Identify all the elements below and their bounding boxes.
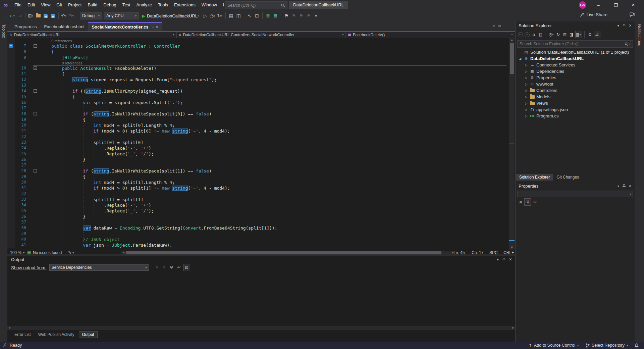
code-line[interactable]: 40 // JSON object	[7, 237, 509, 242]
save-all-icon[interactable]	[50, 12, 56, 20]
chevron-collapsed-icon[interactable]: ▷	[524, 114, 528, 118]
tab-program-cs[interactable]: Program.cs	[11, 22, 40, 31]
se-forward-icon[interactable]: →	[524, 31, 530, 38]
tree-item-datadeletioncallbackurl[interactable]: ◢⊕DataDeletionCallbackURL	[516, 55, 635, 62]
menu-analyze[interactable]: Analyze	[133, 0, 155, 10]
chevron-collapsed-icon[interactable]: ▷	[524, 95, 528, 99]
code-line[interactable]: 33 split[1] = split[1]	[7, 197, 509, 202]
tool-tab-output[interactable]: Output	[79, 331, 98, 338]
switch-views-icon[interactable]: ◧	[537, 31, 543, 38]
close-icon[interactable]: ×	[156, 24, 159, 30]
scroll-up-icon[interactable]: ▲	[509, 38, 515, 42]
bookmark-next-icon[interactable]: ⚑	[298, 12, 305, 20]
new-project-icon[interactable]: ⊞▾	[28, 12, 34, 20]
tool-tab-error-list[interactable]: Error List	[11, 332, 34, 338]
performance-profiler-icon[interactable]: ◔▾	[209, 12, 216, 20]
scroll-left-icon[interactable]: ◀	[7, 326, 11, 330]
code-line[interactable]: 34 .Replace('-', '+')	[7, 202, 509, 208]
live-share-button[interactable]: Live Share	[580, 12, 635, 17]
categorized-icon[interactable]: ⊞	[517, 199, 523, 205]
code-line[interactable]: 39	[7, 231, 509, 237]
fold-collapse-icon[interactable]: −	[34, 44, 37, 48]
notifications-bell-icon[interactable]	[633, 343, 641, 348]
code-line[interactable]: 31 if (mod4 > 0) split[1] += new string(…	[7, 185, 509, 191]
codelens-references[interactable]: 0 references	[62, 61, 82, 65]
tree-item-models[interactable]: ▷Models	[516, 94, 635, 100]
output-prev-message-icon[interactable]: ⇞	[154, 264, 160, 270]
background-tasks-icon[interactable]	[3, 343, 7, 347]
show-all-files-icon[interactable]: ▦▾	[575, 31, 582, 38]
code-line[interactable]: 7− public class SocialNetworkController …	[7, 43, 509, 49]
menu-debug[interactable]: Debug	[100, 0, 119, 10]
minimize-button[interactable]: –	[591, 0, 606, 10]
collapse-all-icon[interactable]: ⊟	[562, 31, 568, 38]
tree-item-wwwroot[interactable]: ▷⊕wwwroot	[516, 81, 635, 87]
pin-icon[interactable]	[502, 258, 505, 261]
redo-icon[interactable]: ↷▾	[68, 12, 75, 20]
chevron-expanded-icon[interactable]: ◢	[518, 57, 522, 60]
code-line[interactable]: 25 .Replace('_', '/');	[7, 151, 509, 157]
scrollbar-thumb[interactable]	[510, 43, 514, 74]
start-without-debugging-icon[interactable]: ▷	[202, 12, 209, 20]
code-line[interactable]: 13	[7, 83, 509, 88]
preview-selected-icon[interactable]: ◨	[569, 31, 575, 38]
editor-vertical-scrollbar[interactable]: ▲ ▼	[509, 38, 515, 250]
se-back-icon[interactable]: ←	[517, 31, 523, 38]
bookmark-clear-icon[interactable]: ⚑	[305, 12, 312, 20]
clear-all-icon[interactable]: ⊘	[169, 264, 175, 270]
close-icon[interactable]: ×	[629, 23, 632, 28]
code-line[interactable]: 37	[7, 219, 509, 225]
se-properties-icon[interactable]: ⚙	[587, 31, 593, 38]
menu-test[interactable]: Test	[119, 0, 133, 10]
code-line[interactable]: 41 var json = JObject.Parse(dataRaw);	[7, 242, 509, 248]
chevron-collapsed-icon[interactable]: ▷	[524, 108, 528, 111]
toggle-auto-scroll-icon[interactable]: ⊡	[183, 264, 190, 271]
editor-splitter-handle[interactable]: ═	[509, 32, 515, 38]
save-icon[interactable]	[42, 12, 49, 20]
copy-document-icon[interactable]: ⊡	[254, 12, 260, 20]
breadcrumb-method[interactable]: ■FacebookDelete()▾	[346, 32, 515, 38]
output-source-select[interactable]: Service Dependencies ▾	[49, 264, 149, 271]
tree-item-appsettings-json[interactable]: ▷{}appsettings.json	[516, 106, 635, 113]
toggle-word-wrap-icon[interactable]: ↩	[176, 264, 182, 270]
code-line[interactable]: 15 {	[7, 94, 509, 100]
code-line[interactable]: 26 }	[7, 157, 509, 162]
toolbar-overflow-icon[interactable]: ▾	[313, 12, 319, 20]
panel-tab-solution-explorer[interactable]: Solution Explorer	[516, 174, 553, 181]
open-file-icon[interactable]	[35, 12, 42, 20]
scroll-down-icon[interactable]: ▼	[509, 246, 515, 250]
pin-icon[interactable]: ⊸	[151, 25, 153, 29]
add-to-source-control-button[interactable]: ↑ Add to Source Control ▾	[526, 343, 582, 348]
tab-socialnetworkcontroller-cs[interactable]: SocialNetworkController.cs⊸×	[88, 22, 162, 31]
code-line[interactable]: 8 {	[7, 49, 509, 55]
quick-search-box[interactable]: Search (Ctrl+Q)	[225, 1, 287, 9]
code-line[interactable]: 24 .Replace('-', '+')	[7, 145, 509, 151]
scroll-right-icon[interactable]: ▶	[511, 326, 515, 330]
scrollbar-thumb[interactable]	[126, 251, 441, 254]
solution-explorer-search-box[interactable]: Search Solution Explorer (Ctrl+ç) ▾	[517, 40, 633, 48]
menu-project[interactable]: Project	[65, 0, 85, 10]
code-line[interactable]: 35 .Replace('_', '/');	[7, 208, 509, 214]
code-line[interactable]: 14− if (!String.IsNullOrEmpty(signed_req…	[7, 88, 509, 94]
chevron-collapsed-icon[interactable]: ▷	[524, 70, 528, 73]
output-content[interactable]	[7, 272, 515, 325]
menu-tools[interactable]: Tools	[155, 0, 171, 10]
feedback-icon[interactable]	[630, 12, 635, 17]
code-line[interactable]: 28− if (string.IsNullOrWhiteSpace(split[…	[7, 168, 509, 174]
pin-icon[interactable]	[623, 24, 626, 28]
output-horizontal-scrollbar[interactable]: ◀ ▶	[7, 326, 515, 330]
code-line[interactable]: 9 [HttpPost]	[7, 55, 509, 60]
menu-window[interactable]: Window	[199, 0, 220, 10]
chevron-collapsed-icon[interactable]: ▷	[524, 63, 528, 67]
navigate-backward-icon[interactable]: ←▾	[9, 12, 16, 20]
code-line[interactable]: 38 var dataRaw = Encoding.UTF8.GetString…	[7, 225, 509, 231]
home-icon[interactable]: ⌂	[531, 31, 537, 38]
fold-collapse-icon[interactable]: −	[34, 112, 37, 115]
restart-icon[interactable]: ↻▾	[217, 12, 223, 20]
code-line[interactable]: 32	[7, 191, 509, 197]
code-line[interactable]: 17	[7, 105, 509, 111]
tool-tab-web-publish-activity[interactable]: Web Publish Activity	[35, 332, 77, 338]
toolbox-tab[interactable]: Toolbox	[1, 24, 6, 38]
chevron-down-icon[interactable]: ▾	[618, 24, 619, 28]
undo-icon[interactable]: ↶▾	[61, 12, 67, 20]
